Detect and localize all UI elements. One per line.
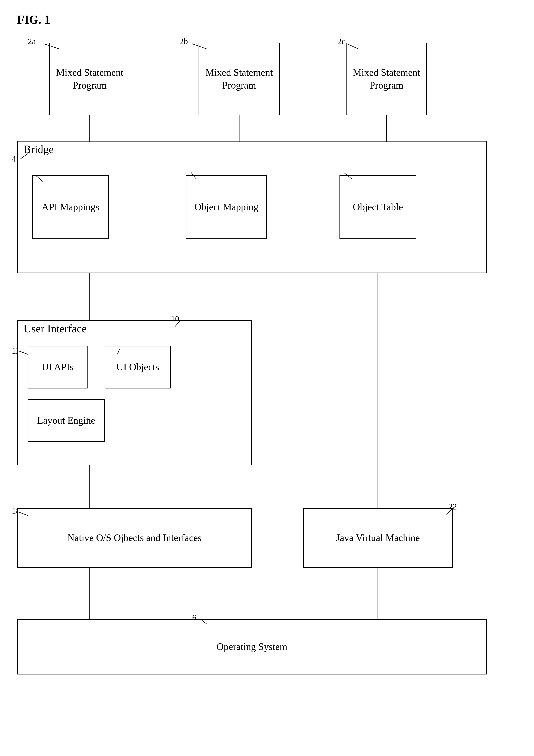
layout-engine-box: Layout Engine (28, 399, 105, 442)
ref-4: 4 (12, 154, 16, 164)
user-interface-container (17, 320, 252, 465)
object-table-box: Object Table (340, 175, 416, 239)
msp-b-box: Mixed Statement Program (199, 43, 280, 115)
ui-label: User Interface (23, 322, 87, 335)
ref-2c: 2c (337, 36, 346, 46)
bridge-label: Bridge (23, 143, 54, 156)
ui-apis-box: UI APIs (28, 346, 88, 389)
ref-2a: 2a (28, 36, 36, 46)
msp-c-box: Mixed Statement Program (346, 43, 427, 115)
native-os-box: Native O/S Ojbects and Interfaces (17, 508, 252, 568)
jvm-box: Java Virtual Machine (303, 508, 453, 568)
operating-system-box: Operating System (17, 619, 487, 674)
ui-objects-box: UI Objects (105, 346, 171, 389)
msp-a-box: Mixed Statement Program (49, 43, 130, 115)
api-mappings-box: API Mappings (32, 175, 109, 239)
ref-2b: 2b (179, 36, 188, 46)
object-mapping-box: Object Mapping (186, 175, 267, 239)
figure-label: FIG. 1 (17, 13, 50, 26)
